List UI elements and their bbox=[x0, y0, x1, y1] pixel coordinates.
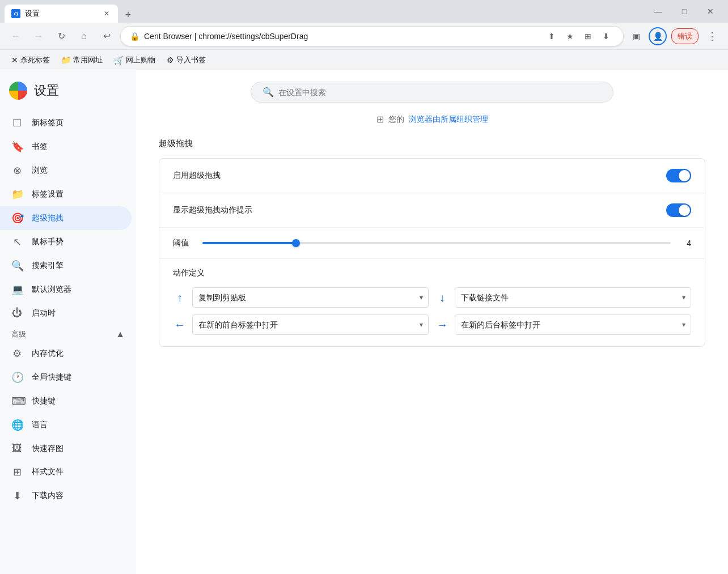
memory-icon: ⚙ bbox=[11, 347, 23, 360]
window-controls bbox=[645, 2, 723, 20]
sidebar-label-global-shortcuts: 全局快捷键 bbox=[32, 372, 71, 382]
chrome-logo bbox=[9, 82, 27, 100]
content-area: 🔍 ⊞ 您的浏览器由所属组织管理 超级拖拽 启用超级拖拽 显示超级拖拽动作提示 bbox=[136, 70, 728, 574]
sidebar-item-mouse-gesture[interactable]: ↖ 鼠标手势 bbox=[0, 230, 132, 254]
action-select-right[interactable]: 在新的后台标签中打开 复制到剪贴板 下载链接文件 在新的前台标签中打开 搜索选中… bbox=[455, 314, 691, 335]
bookmark-icon-button[interactable]: ★ bbox=[562, 28, 578, 44]
sidebar-item-super-drag[interactable]: 🎯 超级拖拽 bbox=[0, 206, 132, 230]
up-arrow-icon: ↑ bbox=[173, 291, 187, 304]
slider-thumb bbox=[292, 239, 300, 247]
sidebar-logo: 设置 bbox=[0, 75, 136, 111]
tab-settings-icon: 📁 bbox=[11, 188, 23, 201]
share-icon-button[interactable]: ⬆ bbox=[544, 28, 560, 44]
threshold-row: 阈值 4 bbox=[159, 228, 705, 259]
threshold-label: 阈值 bbox=[173, 238, 189, 248]
sidebar-toggle-button[interactable]: ▣ bbox=[628, 28, 644, 44]
download-icon-button[interactable]: ⬇ bbox=[598, 28, 614, 44]
show-hint-label: 显示超级拖拽动作提示 bbox=[173, 205, 252, 215]
forward-button[interactable]: → bbox=[29, 27, 48, 45]
maximize-icon bbox=[682, 7, 687, 16]
sidebar-item-browse[interactable]: ⊗ 浏览 bbox=[0, 159, 132, 182]
search-input[interactable] bbox=[278, 88, 602, 97]
bookmark-label-kill-tab: 杀死标签 bbox=[20, 55, 50, 65]
action-select-down[interactable]: 下载链接文件 复制到剪贴板 在新的前台标签中打开 在新的后台标签中打开 搜索选中… bbox=[455, 287, 691, 308]
sidebar-item-shortcuts[interactable]: ⌨ 快捷键 bbox=[0, 389, 132, 413]
tab-favicon: ⚙ bbox=[11, 9, 20, 18]
settings-tab[interactable]: ⚙ 设置 ✕ bbox=[5, 5, 118, 23]
minimize-button[interactable] bbox=[645, 2, 671, 20]
show-hint-toggle[interactable] bbox=[666, 203, 691, 217]
sidebar-item-default-browser[interactable]: 💻 默认浏览器 bbox=[0, 278, 132, 301]
sidebar-label-default-browser: 默认浏览器 bbox=[32, 284, 71, 295]
bookmark-item-kill-tab[interactable]: ✕ 杀死标签 bbox=[7, 53, 54, 67]
maximize-button[interactable] bbox=[671, 2, 697, 20]
sidebar-item-downloads[interactable]: ⬇ 下载内容 bbox=[0, 484, 132, 508]
search-engine-icon: 🔍 bbox=[11, 260, 23, 272]
sidebar-label-quick-save: 快速存图 bbox=[32, 444, 64, 454]
quick-save-icon: 🖼 bbox=[11, 443, 23, 454]
sidebar-label-mouse-gesture: 鼠标手势 bbox=[32, 237, 64, 247]
search-bar[interactable]: 🔍 bbox=[251, 82, 613, 103]
sidebar-item-style-file[interactable]: ⊞ 样式文件 bbox=[0, 460, 132, 484]
bookmark-item-shopping[interactable]: 🛒 网上购物 bbox=[109, 53, 160, 67]
new-tab-button[interactable]: + bbox=[120, 7, 136, 23]
tab-title: 设置 bbox=[25, 8, 40, 19]
addressbar: ← → ↻ ⌂ ↩ 🔒 Cent Browser | chrome://sett… bbox=[0, 23, 728, 50]
org-notice-link[interactable]: 浏览器由所属组织管理 bbox=[409, 114, 488, 125]
sidebar-item-memory[interactable]: ⚙ 内存优化 bbox=[0, 342, 132, 365]
action-select-up[interactable]: 复制到剪贴板 下载链接文件 在新的前台标签中打开 在新的后台标签中打开 搜索选中… bbox=[192, 287, 429, 308]
sidebar-label-downloads: 下载内容 bbox=[32, 491, 64, 501]
browse-icon: ⊗ bbox=[11, 164, 23, 177]
advanced-label: 高级 bbox=[11, 329, 26, 339]
down-arrow-icon: ↓ bbox=[435, 291, 449, 304]
threshold-value: 4 bbox=[680, 239, 691, 248]
show-hint-knob bbox=[679, 205, 690, 216]
threshold-slider[interactable] bbox=[202, 242, 671, 244]
toggle-knob bbox=[679, 170, 690, 181]
enable-toggle[interactable] bbox=[666, 169, 691, 182]
mouse-gesture-icon: ↖ bbox=[11, 236, 23, 248]
sidebar-item-search-engine[interactable]: 🔍 搜索引擎 bbox=[0, 254, 132, 278]
sidebar-item-tab-settings[interactable]: 📁 标签设置 bbox=[0, 182, 132, 206]
sidebar: 设置 ☐ 新标签页 🔖 书签 ⊗ 浏览 📁 标签设置 🎯 超级拖拽 ↖ 鼠标手势… bbox=[0, 70, 136, 574]
sidebar-item-startup[interactable]: ⏻ 启动时 bbox=[0, 301, 132, 325]
enable-label: 启用超级拖拽 bbox=[173, 171, 221, 181]
back-button[interactable]: ← bbox=[7, 27, 25, 45]
home-button[interactable]: ⌂ bbox=[75, 27, 93, 45]
action-select-left-wrap: 在新的前台标签中打开 复制到剪贴板 下载链接文件 在新的后台标签中打开 搜索选中… bbox=[192, 314, 429, 335]
tab-close-button[interactable]: ✕ bbox=[102, 9, 111, 18]
action-row-down: ↓ 下载链接文件 复制到剪贴板 在新的前台标签中打开 在新的后台标签中打开 搜索… bbox=[435, 287, 691, 308]
sidebar-label-new-tab: 新标签页 bbox=[32, 118, 64, 128]
refresh-button[interactable]: ↻ bbox=[52, 27, 70, 45]
super-drag-icon: 🎯 bbox=[11, 212, 23, 224]
org-notice: ⊞ 您的浏览器由所属组织管理 bbox=[159, 114, 705, 125]
profile-button[interactable]: 👤 bbox=[649, 27, 667, 45]
search-bar-wrap: 🔍 bbox=[159, 82, 705, 103]
sidebar-item-new-tab[interactable]: ☐ 新标签页 bbox=[0, 111, 132, 135]
bookmark-item-common[interactable]: 📁 常用网址 bbox=[57, 53, 107, 67]
advanced-toggle[interactable]: ▲ bbox=[116, 329, 125, 339]
more-options-button[interactable]: ⋮ bbox=[703, 27, 721, 45]
org-icon: ⊞ bbox=[376, 114, 384, 125]
sidebar-item-quick-save[interactable]: 🖼 快速存图 bbox=[0, 437, 132, 460]
import-icon: ⚙ bbox=[167, 56, 174, 65]
tab-search-button[interactable]: ⊞ bbox=[580, 28, 596, 44]
section-title: 超级拖拽 bbox=[159, 138, 705, 149]
back-alt-button[interactable]: ↩ bbox=[98, 27, 116, 45]
bookmarks-bar: ✕ 杀死标签 📁 常用网址 🛒 网上购物 ⚙ 导入书签 bbox=[0, 50, 728, 70]
sidebar-label-style-file: 样式文件 bbox=[32, 467, 64, 477]
sidebar-item-global-shortcuts[interactable]: 🕐 全局快捷键 bbox=[0, 365, 132, 389]
action-select-left[interactable]: 在新的前台标签中打开 复制到剪贴板 下载链接文件 在新的后台标签中打开 搜索选中… bbox=[192, 314, 429, 335]
org-notice-prefix: 您的 bbox=[388, 114, 404, 125]
close-button[interactable] bbox=[697, 2, 723, 20]
sidebar-item-bookmarks[interactable]: 🔖 书签 bbox=[0, 135, 132, 159]
action-select-down-wrap: 下载链接文件 复制到剪贴板 在新的前台标签中打开 在新的后台标签中打开 搜索选中… bbox=[455, 287, 691, 308]
sidebar-item-language[interactable]: 🌐 语言 bbox=[0, 413, 132, 437]
address-bar[interactable]: 🔒 Cent Browser | chrome://settings/cbSup… bbox=[120, 26, 624, 46]
bookmark-item-import[interactable]: ⚙ 导入书签 bbox=[162, 53, 210, 67]
action-row-up: ↑ 复制到剪贴板 下载链接文件 在新的前台标签中打开 在新的后台标签中打开 搜索… bbox=[173, 287, 429, 308]
action-definitions: 动作定义 ↑ 复制到剪贴板 下载链接文件 在新的前台标签中打开 在新的后台标签中… bbox=[159, 259, 705, 346]
default-browser-icon: 💻 bbox=[11, 283, 23, 296]
minimize-icon bbox=[654, 7, 662, 16]
error-button[interactable]: 错误 bbox=[671, 28, 699, 44]
